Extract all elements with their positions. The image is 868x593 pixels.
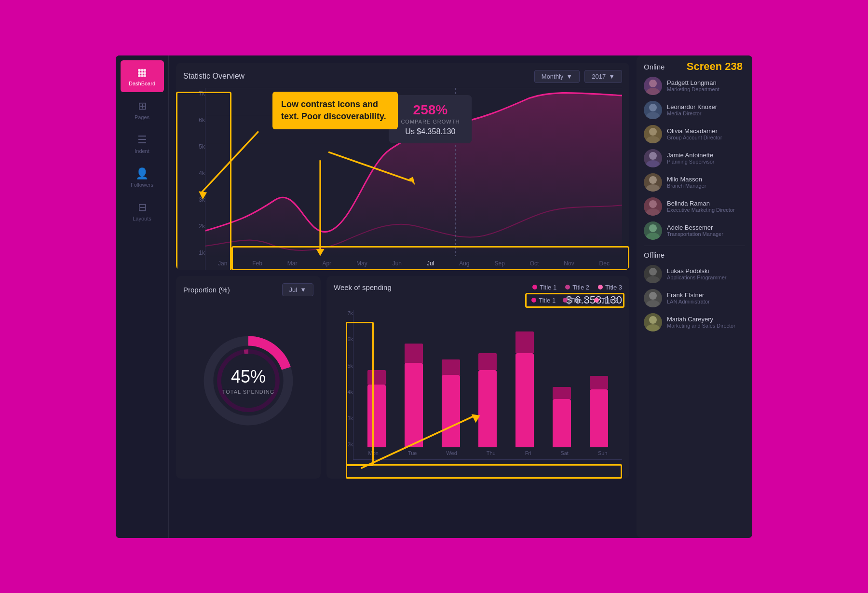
bar-wed — [439, 359, 463, 447]
user-info-belinda: Belinda Raman Executive Marketing Direct… — [667, 200, 735, 213]
avatar-milo — [644, 173, 662, 192]
bar-sat — [550, 387, 574, 447]
sidebar-item-followers[interactable]: 👤 Followers — [121, 162, 164, 193]
legend-title2: Title 2 — [565, 284, 589, 291]
followers-icon: 👤 — [136, 167, 149, 180]
sidebar-item-indent[interactable]: ☰ Indent — [121, 128, 164, 160]
donut-chart: 45% TOTAL SPENDING — [195, 328, 301, 434]
chart-body: 258% COMPARE GROWTH Us $4.358.130 Jan Fe… — [205, 88, 622, 270]
user-belinda[interactable]: Belinda Raman Executive Marketing Direct… — [644, 197, 745, 216]
spending-legend: Title 1 Title 2 Title 3 — [532, 284, 622, 291]
user-padgett[interactable]: Padgett Longman Marketing Department — [644, 77, 745, 95]
sidebar-item-dashboard[interactable]: ▦ DashBoard — [121, 60, 164, 92]
chart-area: 7k 6k 5k 4k 3k 2k 1k — [183, 88, 622, 270]
user-lukas[interactable]: Lukas Podolski Applications Programmer — [644, 265, 745, 283]
svg-point-20 — [649, 152, 657, 160]
year-dropdown[interactable]: 2017 ▼ — [584, 70, 622, 83]
x-axis: Jan Feb Mar Apr May Jun Jul Aug Sep Oct … — [205, 256, 622, 270]
avatar-frank — [644, 289, 662, 307]
stat-title: Statistic Overview — [183, 72, 244, 81]
bottom-row: Proportion (%) Jul ▼ — [176, 276, 629, 479]
user-info-lukas: Lukas Podolski Applications Programmer — [667, 267, 727, 280]
svg-point-33 — [646, 324, 660, 331]
svg-point-17 — [646, 112, 660, 119]
user-leonardor[interactable]: Leonardor Knoxer Media Director — [644, 101, 745, 119]
svg-point-19 — [646, 136, 660, 143]
offline-section-title: Offline — [644, 251, 745, 259]
user-info-milo: Milo Masson Branch Manager — [667, 176, 706, 189]
legend-dot-3 — [598, 285, 603, 290]
legend-outline-box: Title 1 Title 2 Title 3 — [525, 293, 624, 308]
svg-point-22 — [649, 176, 657, 184]
donut-percent: 45% — [222, 367, 275, 387]
user-olivia[interactable]: Olivia Macadamer Group Account Director — [644, 125, 745, 143]
svg-point-32 — [649, 316, 657, 324]
avatar-leonardor — [644, 101, 662, 119]
bar-fri — [513, 331, 537, 447]
svg-point-14 — [649, 80, 657, 87]
main-content: Statistic Overview Monthly ▼ 2017 ▼ 7k 6… — [169, 55, 637, 538]
avatar-mariah — [644, 313, 662, 331]
layouts-icon: ⊟ — [138, 201, 147, 214]
user-adele[interactable]: Adele Bessemer Transportation Manager — [644, 221, 745, 240]
avatar-padgett — [644, 77, 662, 95]
user-info-mariah: Mariah Careyery Marketing and Sales Dire… — [667, 316, 735, 329]
donut-center: 45% TOTAL SPENDING — [222, 367, 275, 395]
user-mariah[interactable]: Mariah Careyery Marketing and Sales Dire… — [644, 313, 745, 331]
bar-chart-body: Mon Tue Wed Thu Fri Sat Sun — [353, 310, 622, 460]
svg-point-23 — [646, 184, 660, 192]
panel-divider — [644, 246, 745, 246]
proportion-title: Proportion (%) — [183, 286, 230, 294]
sidebar-label-followers: Followers — [131, 182, 153, 188]
sidebar: ▦ DashBoard ⊞ Pages ☰ Indent 👤 Followers… — [116, 55, 169, 538]
legend-dot-2 — [565, 285, 570, 290]
svg-point-30 — [649, 292, 657, 300]
sidebar-label-indent: Indent — [135, 148, 149, 154]
proportion-header: Proportion (%) Jul ▼ — [183, 283, 313, 296]
user-info-jamie: Jamie Antoinette Planning Supervisor — [667, 152, 714, 165]
svg-point-26 — [649, 224, 657, 232]
svg-point-24 — [649, 200, 657, 208]
avatar-belinda — [644, 197, 662, 216]
donut-container: 45% TOTAL SPENDING — [183, 303, 313, 458]
bar-chart-area: 7k 6k 5k 4k 3k 2k — [334, 310, 622, 460]
svg-point-27 — [646, 233, 660, 240]
user-frank[interactable]: Frank Elstner LAN Administrator — [644, 289, 745, 307]
avatar-adele — [644, 221, 662, 240]
tooltip-value: Us $4.358.130 — [401, 127, 460, 136]
indent-icon: ☰ — [137, 134, 147, 146]
sidebar-item-layouts[interactable]: ⊟ Layouts — [121, 195, 164, 227]
tooltip-compare-label: COMPARE GROWTH — [401, 119, 460, 124]
bar-x-labels: Mon Tue Wed Thu Fri Sat Sun — [353, 447, 622, 459]
stat-overview-card: Statistic Overview Monthly ▼ 2017 ▼ 7k 6… — [176, 63, 629, 270]
proportion-dropdown[interactable]: Jul ▼ — [282, 283, 314, 296]
svg-point-16 — [649, 104, 657, 111]
annotation-box: Low contrast icons and text. Poor discov… — [272, 92, 398, 129]
user-info-padgett: Padgett Longman Marketing Department — [667, 79, 719, 92]
sidebar-item-pages[interactable]: ⊞ Pages — [121, 94, 164, 126]
avatar-olivia — [644, 125, 662, 143]
donut-label: TOTAL SPENDING — [222, 389, 275, 395]
bar-sun — [587, 376, 611, 447]
svg-point-21 — [646, 160, 660, 167]
user-info-frank: Frank Elstner LAN Administrator — [667, 291, 710, 304]
bar-thu — [475, 353, 500, 447]
legend-title3: Title 3 — [598, 284, 622, 291]
user-milo[interactable]: Milo Masson Branch Manager — [644, 173, 745, 192]
avatar-lukas — [644, 265, 662, 283]
monthly-dropdown[interactable]: Monthly ▼ — [534, 70, 580, 83]
right-panel: Online Padgett Longman Marketing Departm… — [637, 55, 752, 538]
y-axis: 7k 6k 5k 4k 3k 2k 1k — [183, 88, 205, 270]
svg-point-29 — [646, 276, 660, 283]
proportion-card: Proportion (%) Jul ▼ — [176, 276, 321, 479]
legend-dot-1 — [532, 285, 537, 290]
sidebar-label-dashboard: DashBoard — [129, 81, 155, 86]
tooltip-percent: 258% — [401, 102, 460, 118]
sidebar-label-pages: Pages — [135, 114, 149, 120]
bar-tue — [402, 344, 426, 447]
bar-mon — [365, 370, 389, 447]
svg-point-28 — [649, 268, 657, 276]
user-jamie[interactable]: Jamie Antoinette Planning Supervisor — [644, 149, 745, 167]
chart-tooltip: 258% COMPARE GROWTH Us $4.358.130 — [389, 95, 472, 143]
svg-point-15 — [646, 88, 660, 95]
